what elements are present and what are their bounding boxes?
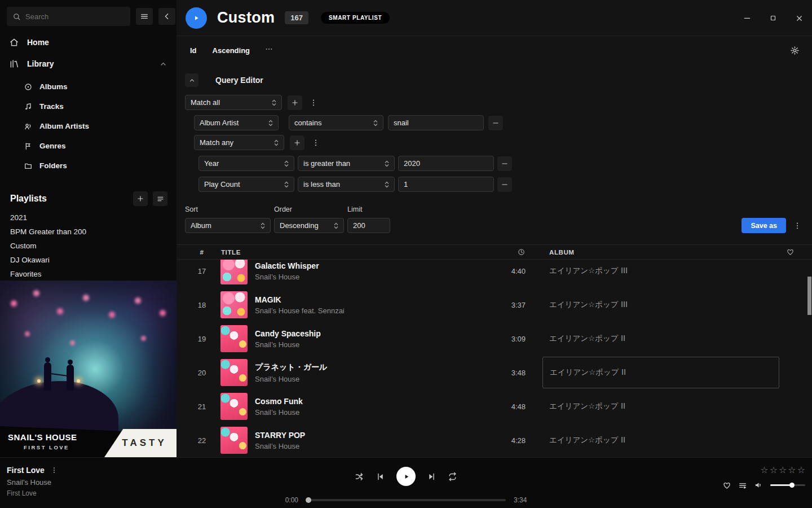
settings-button[interactable] xyxy=(790,46,800,55)
track-index: 22 xyxy=(188,436,216,445)
volume-slider[interactable] xyxy=(770,484,805,486)
playlist-item[interactable]: Custom xyxy=(0,239,176,253)
add-playlist-button[interactable] xyxy=(133,191,148,206)
sidebar-item-albums[interactable]: Albums xyxy=(0,77,176,97)
volume-handle[interactable] xyxy=(789,483,795,488)
track-menu-button[interactable] xyxy=(50,466,58,474)
scrollbar-thumb[interactable] xyxy=(807,277,811,315)
select-arrows-icon xyxy=(272,99,276,106)
column-duration[interactable] xyxy=(467,248,526,256)
sort-select[interactable]: Album xyxy=(185,218,271,233)
favorite-button[interactable] xyxy=(722,481,731,490)
group-match-select[interactable]: Match any xyxy=(194,135,284,150)
next-button[interactable] xyxy=(427,472,436,481)
chevron-up-icon[interactable] xyxy=(159,60,167,68)
group-rule-operator-select[interactable]: is less than xyxy=(298,177,395,192)
order-label: Order xyxy=(274,205,347,213)
queue-button[interactable] xyxy=(738,481,747,490)
sort-direction-button[interactable]: Ascending xyxy=(213,46,250,55)
track-row[interactable]: 18 MAGIK Snail’s House feat. Sennzai 3:3… xyxy=(176,288,812,322)
playlist-item[interactable]: DJ Okawari xyxy=(0,253,176,267)
sidebar-item-home[interactable]: Home xyxy=(0,32,176,53)
group-rule-value-input[interactable] xyxy=(398,177,494,192)
close-button[interactable] xyxy=(786,5,812,31)
rule-value-input[interactable] xyxy=(388,115,484,130)
rule-operator-select[interactable]: contains xyxy=(289,115,383,130)
sort-field-button[interactable]: Id xyxy=(190,46,197,55)
artwork-album: FIRST LOVE xyxy=(24,444,77,450)
track-row[interactable]: 17 Galactic Whisper Snail’s House 4:40 エ… xyxy=(176,260,812,288)
star-icon[interactable]: ☆ xyxy=(788,466,796,475)
track-row[interactable]: 22 STARRY POP Snail’s House 4:28 エイリアン☆ポ… xyxy=(176,423,812,457)
add-group-rule-button[interactable] xyxy=(290,135,304,150)
nav-back-button[interactable] xyxy=(158,8,175,25)
group-menu-button[interactable] xyxy=(310,135,321,150)
search-input[interactable] xyxy=(7,7,130,26)
sidebar-item-album-artists[interactable]: Album Artists xyxy=(0,116,176,136)
previous-button[interactable] xyxy=(376,472,385,481)
play-pause-button[interactable] xyxy=(396,467,416,486)
repeat-button[interactable] xyxy=(448,472,457,481)
track-duration: 3:09 xyxy=(467,335,526,343)
rating-stars[interactable]: ☆☆☆☆☆ xyxy=(760,466,805,475)
toolbar-more-button[interactable] xyxy=(264,45,273,56)
star-icon[interactable]: ☆ xyxy=(770,466,778,475)
track-album-focused[interactable]: エイリアン☆ポップ II xyxy=(542,357,779,388)
track-row[interactable]: 21 Cosmo Funk Snail’s House 4:48 エイリアン☆ポ… xyxy=(176,389,812,423)
menu-button[interactable] xyxy=(136,8,153,25)
order-select[interactable]: Descending xyxy=(274,218,344,233)
track-index: 18 xyxy=(188,301,216,309)
select-arrows-icon xyxy=(274,139,279,146)
limit-input[interactable] xyxy=(347,218,390,233)
track-row[interactable]: 19 Candy Spaceship Snail’s House 3:09 エイ… xyxy=(176,322,812,356)
now-playing-artist[interactable]: Snail's House xyxy=(7,478,58,487)
now-playing-artwork[interactable]: SNAIL'S HOUSE FIRST LOVE TASTY xyxy=(0,281,176,457)
group-rule-operator-select[interactable]: is greater than xyxy=(298,156,395,171)
root-match-select[interactable]: Match all xyxy=(185,95,282,110)
minimize-button[interactable] xyxy=(734,5,760,31)
star-icon[interactable]: ☆ xyxy=(779,466,787,475)
search-field[interactable] xyxy=(25,12,125,21)
column-title[interactable]: TITLE xyxy=(216,249,467,256)
sidebar-item-tracks[interactable]: Tracks xyxy=(0,97,176,116)
volume-button[interactable] xyxy=(754,480,764,490)
sidebar-item-genres[interactable]: Genres xyxy=(0,136,176,156)
playlists-title: Playlists xyxy=(10,194,128,204)
seek-handle[interactable] xyxy=(306,497,311,503)
save-as-button[interactable]: Save as xyxy=(742,218,786,233)
playlist-item[interactable]: BPM Greater than 200 xyxy=(0,225,176,239)
playlist-item[interactable]: 2021 xyxy=(0,211,176,225)
rule-menu-button[interactable] xyxy=(308,95,319,110)
seek-bar[interactable] xyxy=(306,499,506,501)
playlist-item[interactable]: Favorites xyxy=(0,267,176,281)
select-arrows-icon xyxy=(261,222,265,229)
group-rule-field-select[interactable]: Play Count xyxy=(198,177,294,192)
playlist-list: 2021 BPM Greater than 200 Custom DJ Okaw… xyxy=(0,211,176,281)
root-match-row: Match all xyxy=(185,95,812,110)
select-value: Album Artist xyxy=(200,119,239,127)
now-playing-album[interactable]: First Love xyxy=(7,489,58,497)
remove-group-rule-button[interactable] xyxy=(497,177,512,192)
column-album[interactable]: ALBUM xyxy=(542,249,779,256)
sidebar-item-folders[interactable]: Folders xyxy=(0,156,176,176)
rule-field-select[interactable]: Album Artist xyxy=(194,115,279,130)
group-rule-field-select[interactable]: Year xyxy=(198,156,294,171)
maximize-button[interactable] xyxy=(760,5,786,31)
track-row[interactable]: 20 プラネット・ガール Snail’s House 3:48 エイリアン☆ポッ… xyxy=(176,356,812,389)
group-rule-value-input[interactable] xyxy=(398,156,494,171)
play-playlist-button[interactable] xyxy=(186,7,207,29)
query-menu-button[interactable] xyxy=(793,218,802,233)
shuffle-button[interactable] xyxy=(355,472,364,481)
collapse-query-editor-button[interactable] xyxy=(185,73,198,87)
playlist-options-button[interactable] xyxy=(153,191,167,206)
page-title: Custom xyxy=(217,9,275,27)
column-favorite[interactable] xyxy=(779,248,801,256)
remove-group-rule-button[interactable] xyxy=(497,156,512,171)
column-index[interactable]: # xyxy=(188,249,216,256)
remove-rule-button[interactable] xyxy=(488,116,503,130)
select-arrows-icon xyxy=(334,222,338,229)
sidebar-item-library[interactable]: Library xyxy=(0,53,176,75)
add-rule-button[interactable] xyxy=(288,95,302,110)
star-icon[interactable]: ☆ xyxy=(760,466,768,475)
star-icon[interactable]: ☆ xyxy=(797,466,805,475)
